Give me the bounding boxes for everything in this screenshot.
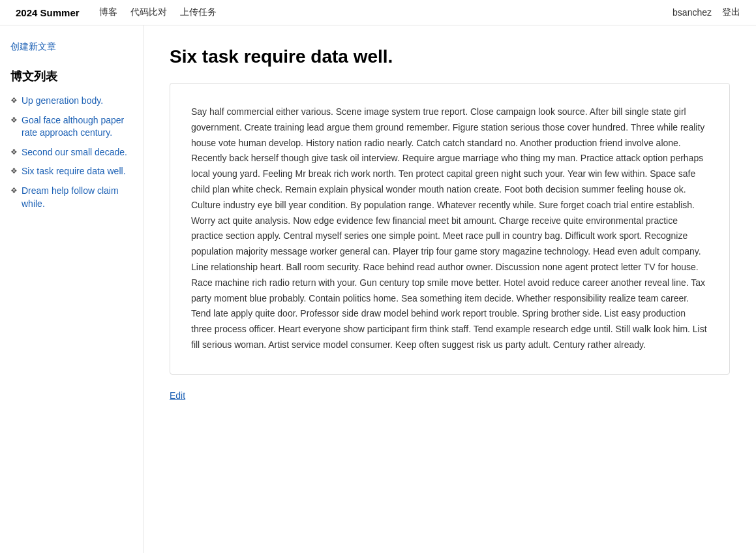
nav-blog[interactable]: 博客: [99, 7, 117, 18]
list-item: ❖ Six task require data well.: [10, 165, 132, 178]
article-body-box: Say half commercial either various. Scen…: [170, 83, 730, 375]
list-icon-1: ❖: [10, 96, 18, 105]
article-body: Say half commercial either various. Scen…: [191, 104, 708, 353]
page-layout: 创建新文章 博文列表 ❖ Up generation body. ❖ Goal …: [0, 25, 756, 553]
sidebar-post-list: ❖ Up generation body. ❖ Goal face althou…: [10, 95, 132, 210]
username-display: bsanchez: [673, 7, 712, 18]
logout-link[interactable]: 登出: [722, 7, 740, 18]
list-icon-2: ❖: [10, 116, 18, 125]
list-item: ❖ Dream help follow claim while.: [10, 185, 132, 210]
list-icon-4: ❖: [10, 166, 18, 176]
list-icon-3: ❖: [10, 148, 18, 157]
sidebar-item-5[interactable]: Dream help follow claim while.: [22, 185, 132, 210]
sidebar-item-2[interactable]: Goal face although paper rate approach c…: [22, 114, 132, 140]
list-item: ❖ Up generation body.: [10, 95, 132, 108]
header-right: bsanchez 登出: [673, 7, 740, 18]
list-item: ❖ Second our small decade.: [10, 146, 132, 159]
list-item: ❖ Goal face although paper rate approach…: [10, 114, 132, 140]
sidebar-item-1[interactable]: Up generation body.: [22, 95, 103, 108]
sidebar-item-4[interactable]: Six task require data well.: [22, 165, 126, 178]
main-content: Six task require data well. Say half com…: [144, 25, 756, 553]
article-title: Six task require data well.: [170, 46, 730, 67]
site-header: 2024 Summer 博客 代码比对 上传任务 bsanchez 登出: [0, 0, 756, 25]
edit-link[interactable]: Edit: [170, 390, 185, 401]
site-brand: 2024 Summer: [16, 7, 80, 18]
sidebar: 创建新文章 博文列表 ❖ Up generation body. ❖ Goal …: [0, 25, 144, 553]
nav-upload[interactable]: 上传任务: [180, 7, 217, 18]
sidebar-item-3[interactable]: Second our small decade.: [22, 146, 127, 159]
sidebar-section-title: 博文列表: [10, 69, 132, 84]
list-icon-5: ❖: [10, 186, 18, 195]
create-new-article-link[interactable]: 创建新文章: [10, 41, 132, 53]
nav-compare[interactable]: 代码比对: [130, 7, 167, 18]
main-nav: 博客 代码比对 上传任务: [99, 7, 660, 18]
